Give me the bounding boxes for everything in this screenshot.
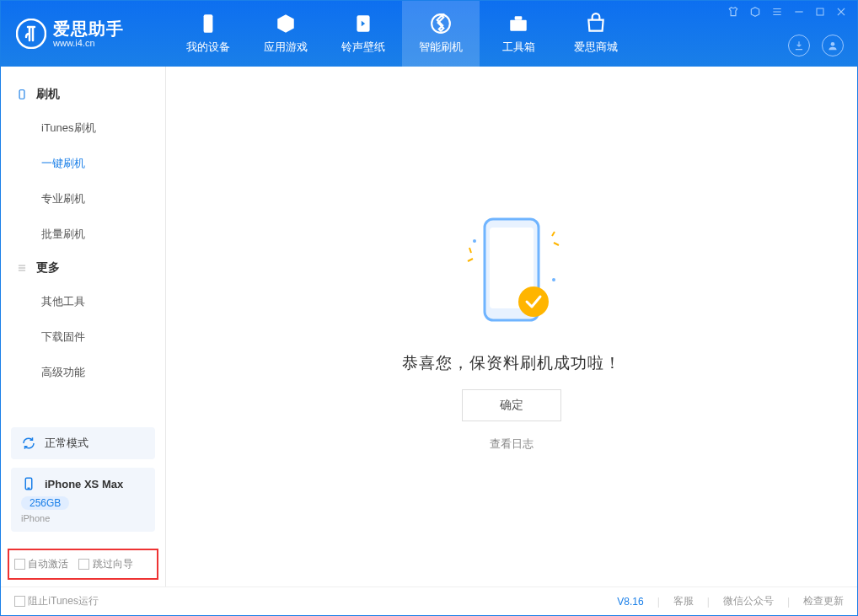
svg-rect-7 [817,8,823,15]
svg-point-20 [473,239,476,243]
phone-icon [16,88,28,100]
main-content: 恭喜您，保资料刷机成功啦！ 确定 查看日志 [166,67,857,587]
close-icon[interactable] [835,6,847,18]
app-name: 爱思助手 [53,19,124,38]
sidebar-item-batch-flash[interactable]: 批量刷机 [1,217,165,252]
download-button[interactable] [788,35,810,56]
device-type: iPhone [21,513,50,523]
sidebar-item-other-tools[interactable]: 其他工具 [1,284,165,319]
sidebar-item-onekey-flash[interactable]: 一键刷机 [1,146,165,181]
box-icon[interactable] [749,6,761,18]
minimize-icon[interactable] [793,6,805,18]
ok-button[interactable]: 确定 [462,389,561,421]
sidebar-item-pro-flash[interactable]: 专业刷机 [1,181,165,217]
app-logo-icon [16,19,46,49]
sidebar: 刷机 iTunes刷机 一键刷机 专业刷机 批量刷机 更多 其他工具 下载固件 … [1,67,166,587]
svg-point-21 [552,278,555,281]
nav-smart-flash[interactable]: 智能刷机 [402,1,480,67]
sidebar-section-flash: 刷机 [1,78,165,110]
svg-rect-5 [515,16,523,19]
sidebar-options-highlight: 自动激活 跳过向导 [8,549,158,580]
svg-point-19 [518,287,549,317]
list-icon [16,262,28,274]
device-name: iPhone XS Max [45,478,123,490]
block-itunes-checkbox[interactable]: 阻止iTunes运行 [14,594,99,608]
view-log-link[interactable]: 查看日志 [490,437,534,452]
refresh-icon [21,436,36,451]
footer-link-support[interactable]: 客服 [673,594,694,608]
sidebar-item-advanced[interactable]: 高级功能 [1,355,165,390]
maximize-icon[interactable] [815,7,825,17]
sidebar-section-more: 更多 [1,252,165,284]
auto-activate-checkbox[interactable]: 自动激活 [14,557,68,571]
version-label: V8.16 [617,596,643,608]
footer-link-wechat[interactable]: 微信公众号 [723,594,774,608]
skip-guide-checkbox[interactable]: 跳过向导 [78,557,132,571]
success-message: 恭喜您，保资料刷机成功啦！ [402,352,621,374]
nav-store[interactable]: 爱思商城 [557,1,635,67]
nav-ringtone-wallpaper[interactable]: 铃声壁纸 [324,1,402,67]
window-controls [727,6,847,18]
success-illustration [453,202,571,337]
nav-toolbox[interactable]: 工具箱 [480,1,557,67]
svg-point-10 [831,42,835,46]
device-mode-label: 正常模式 [45,436,88,451]
svg-point-0 [17,19,46,48]
svg-rect-1 [204,14,213,33]
device-info-card[interactable]: iPhone XS Max 256GB iPhone [11,468,155,532]
sidebar-item-itunes-flash[interactable]: iTunes刷机 [1,110,165,146]
device-storage-badge: 256GB [21,496,69,510]
device-phone-icon [21,476,36,491]
nav-my-device[interactable]: 我的设备 [169,1,247,67]
menu-icon[interactable] [771,6,783,18]
device-mode-card[interactable]: 正常模式 [11,427,155,459]
account-button[interactable] [822,35,844,56]
top-nav: 我的设备 应用游戏 铃声壁纸 智能刷机 工具箱 爱思商城 [169,1,635,67]
shirt-icon[interactable] [727,6,739,18]
sidebar-item-download-firmware[interactable]: 下载固件 [1,319,165,355]
app-logo-block: 爱思助手 www.i4.cn [1,19,169,49]
svg-rect-11 [19,90,24,99]
nav-apps-games[interactable]: 应用游戏 [247,1,324,67]
svg-rect-4 [510,20,527,31]
app-header: 爱思助手 www.i4.cn 我的设备 应用游戏 铃声壁纸 智能刷机 工具箱 爱… [1,1,857,67]
app-url: www.i4.cn [53,38,124,48]
status-bar: 阻止iTunes运行 V8.16 | 客服 | 微信公众号 | 检查更新 [1,587,857,615]
footer-link-update[interactable]: 检查更新 [803,594,844,608]
